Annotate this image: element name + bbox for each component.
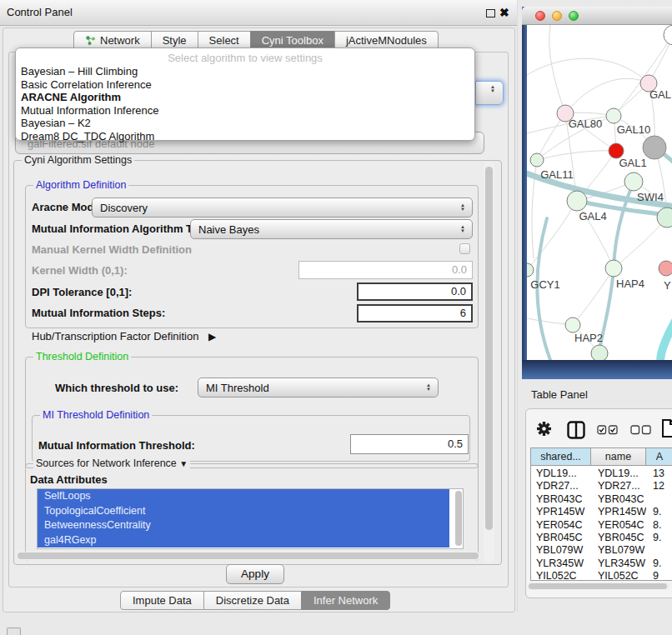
node-swi4[interactable] <box>624 172 643 191</box>
network-edges <box>527 25 672 353</box>
algorithm-combo-fragment[interactable]: ▲▼ <box>475 81 504 105</box>
mi-type-combo[interactable]: Naive Bayes ▲▼ <box>190 219 473 239</box>
apply-button[interactable]: Apply <box>226 564 284 584</box>
table-row[interactable]: YDL19...YDL19...13 <box>531 468 672 480</box>
document-icon[interactable] <box>661 418 672 438</box>
cell: YBR043C <box>536 493 589 506</box>
column-header-partial[interactable]: A <box>646 448 672 466</box>
network-graph: GAL GAL80 GAL10 GAL1 GAL11 SWI4 GAL4 GCY… <box>527 25 672 360</box>
screen: Control Panel ✖ Network Style Select Cyn… <box>0 0 672 635</box>
network-frame-bottom <box>522 360 672 379</box>
table-row[interactable]: YLR345WYLR345W9. <box>531 558 672 570</box>
group-title: MI Threshold Definition <box>40 409 152 422</box>
list-item[interactable]: TopologicalCoefficient <box>38 504 449 519</box>
algorithm-option[interactable]: Mutual Information Inference <box>16 104 474 118</box>
dpi-tolerance-field[interactable]: 0.0 <box>357 282 473 301</box>
node[interactable] <box>657 208 672 228</box>
dpi-tolerance-label: DPI Tolerance [0,1]: <box>32 286 132 298</box>
columns-icon[interactable] <box>567 421 585 442</box>
node-gcy1[interactable] <box>527 263 534 277</box>
cell: YLR345W <box>536 558 589 570</box>
list-scrollbar[interactable] <box>455 491 462 546</box>
column-header-name[interactable]: name <box>591 448 646 466</box>
tab-impute-data[interactable]: Impute Data <box>120 591 204 610</box>
node-gal4[interactable] <box>567 191 587 211</box>
aracne-mode-combo[interactable]: Discovery ▲▼ <box>92 198 473 218</box>
cell: 12 <box>653 480 672 492</box>
node-gal11[interactable] <box>530 153 544 167</box>
table-hscrollbar-thumb[interactable] <box>529 583 667 589</box>
cell: YIL052C <box>598 570 646 581</box>
kernel-width-field[interactable]: 0.0 <box>298 261 473 279</box>
cell: YER054C <box>536 519 589 532</box>
table-row[interactable]: YBR043CYBR043C <box>531 493 672 506</box>
tab-label: jActiveMNodules <box>346 32 427 49</box>
chevron-down-icon[interactable]: ▼ <box>179 459 188 468</box>
mi-steps-field[interactable]: 6 <box>357 304 473 322</box>
zoom-traffic-light-icon[interactable] <box>569 11 579 21</box>
algorithm-option[interactable]: Dream8 DC_TDC Algorithm <box>16 130 474 143</box>
close-traffic-light-icon[interactable] <box>535 11 545 21</box>
node[interactable] <box>664 25 672 45</box>
panel-divider <box>517 0 518 612</box>
network-window-titlebar[interactable] <box>522 7 672 25</box>
table-panel-title: Table Panel <box>531 388 588 401</box>
node-y[interactable] <box>659 261 672 276</box>
cell: YDR27... <box>536 480 589 492</box>
node-hap2[interactable] <box>565 318 580 332</box>
data-attributes-list: SelfLoops TopologicalCoefficient Between… <box>37 488 464 549</box>
deselect-all-icon[interactable] <box>630 425 652 438</box>
float-window-icon[interactable] <box>486 9 495 18</box>
hub-definition-toggle[interactable]: Hub/Transcription Factor Definition ▶ <box>32 330 216 342</box>
cell: YBR043C <box>598 493 646 506</box>
settings-vscrollbar-thumb[interactable] <box>485 167 493 530</box>
node-gal10[interactable] <box>606 108 621 123</box>
stepper-icon: ▲▼ <box>456 203 469 212</box>
node[interactable] <box>591 345 608 360</box>
table-row[interactable]: YDR27...YDR27...12 <box>531 480 672 492</box>
algorithm-option[interactable]: Basic Correlation Inference <box>16 78 474 92</box>
network-view-window[interactable]: GAL GAL80 GAL10 GAL1 GAL11 SWI4 GAL4 GCY… <box>522 7 672 379</box>
cell: YBL079W <box>536 544 589 557</box>
list-item[interactable]: BetweennessCentrality <box>38 518 449 533</box>
cell: YER054C <box>598 519 646 532</box>
node-hap4[interactable] <box>605 260 622 277</box>
settings-hscrollbar-thumb[interactable] <box>18 552 479 559</box>
which-threshold-combo[interactable]: MI Threshold ▲▼ <box>198 378 439 398</box>
cell: YPR145W <box>598 506 646 518</box>
node-label: GCY1 <box>530 278 559 291</box>
node-label: GAL4 <box>579 210 606 222</box>
group-title: Sources for Network Inference ▼ <box>33 458 190 470</box>
node[interactable] <box>643 136 666 159</box>
cell: YBR045C <box>598 532 646 544</box>
tab-discretize-data[interactable]: Discretize Data <box>203 591 302 610</box>
table-hscrollbar-track <box>527 582 670 590</box>
column-header-shared-name[interactable]: shared... <box>531 448 591 466</box>
node-label: Y <box>664 279 671 292</box>
table-row[interactable]: YPR145WYPR145W9. <box>531 506 672 518</box>
sources-title: Sources for Network Inference <box>36 458 177 469</box>
list-item[interactable]: gal4RGexp <box>38 533 449 548</box>
table-row[interactable]: YBR045CYBR045C9. <box>531 532 672 544</box>
manual-kernel-checkbox[interactable] <box>459 243 470 254</box>
list-item[interactable]: SelfLoops <box>38 489 449 504</box>
table-row[interactable]: YIL052CYIL052C9 <box>531 570 672 581</box>
tab-infer-network[interactable]: Infer Network <box>301 591 390 610</box>
close-icon[interactable]: ✖ <box>499 5 509 20</box>
mi-threshold-field[interactable]: 0.5 <box>350 434 469 454</box>
node-label: GAL11 <box>540 168 574 181</box>
gear-icon[interactable] <box>536 421 552 439</box>
algorithm-option[interactable]: Bayesian – Hill Climbing <box>16 65 474 78</box>
cell: 8. <box>653 519 672 532</box>
algorithm-option[interactable]: Bayesian – K2 <box>16 117 474 130</box>
tab-label: Impute Data <box>133 594 192 607</box>
table-row[interactable]: YBL079WYBL079W <box>531 544 672 557</box>
minimize-traffic-light-icon[interactable] <box>552 11 562 21</box>
network-canvas[interactable]: GAL GAL80 GAL10 GAL1 GAL11 SWI4 GAL4 GCY… <box>527 25 672 360</box>
table-row[interactable]: YER054CYER054C8. <box>531 519 672 532</box>
algorithm-option-selected[interactable]: ARACNE Algorithm <box>16 91 474 104</box>
select-all-icon[interactable] <box>597 425 619 438</box>
node-table: shared... name A YDL19...YDL19...13 YDR2… <box>530 448 672 581</box>
tab-label: Style <box>163 32 187 49</box>
network-cyan-edge <box>660 315 672 360</box>
